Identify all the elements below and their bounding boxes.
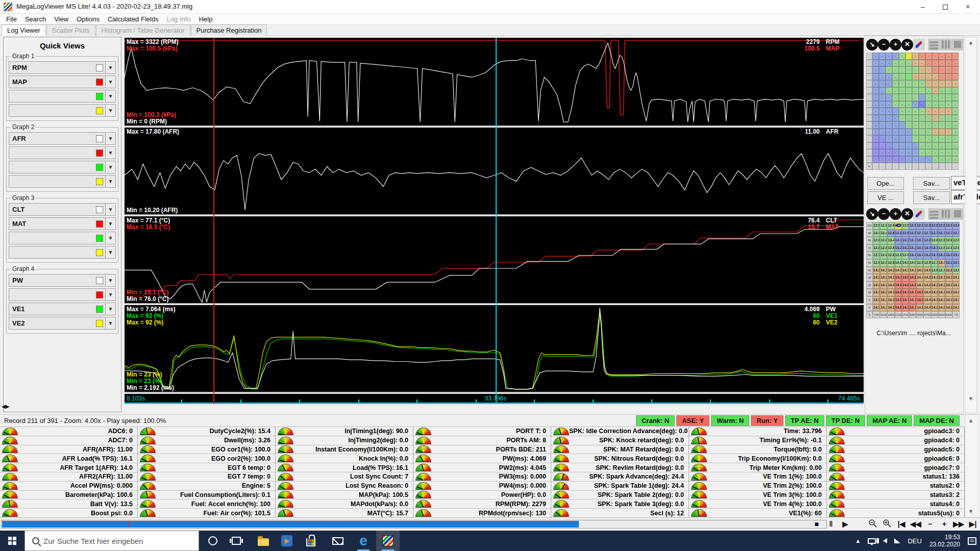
afr-cell[interactable]: 12.8 — [902, 222, 909, 230]
ve-cell[interactable]: - — [892, 80, 899, 87]
afr-cell[interactable]: 12.8 — [938, 244, 945, 252]
ve-cell[interactable]: - — [892, 121, 899, 129]
ve-cell[interactable]: - — [932, 94, 939, 101]
afr-cell[interactable]: 14.3 — [931, 282, 938, 289]
ve-cell[interactable]: - — [919, 149, 925, 156]
afr-cell[interactable]: 14.7 — [902, 289, 909, 296]
ve-cell[interactable]: - — [925, 129, 932, 136]
ve-cell[interactable]: - — [919, 156, 925, 163]
ve-cell[interactable]: - — [945, 149, 952, 156]
ve-cell[interactable]: - — [899, 73, 905, 81]
save-afr-table-button[interactable]: Sav... — [913, 191, 950, 204]
ve-cell[interactable]: - — [919, 73, 925, 81]
zoom-in-button[interactable] — [881, 519, 893, 530]
afr-cell[interactable]: 14.3 — [931, 289, 938, 296]
ve-cell[interactable]: - — [872, 73, 879, 81]
afr-cell[interactable]: 13.2 — [923, 252, 930, 259]
ve-cell[interactable]: - — [925, 66, 932, 73]
channel-selector-2-2[interactable]: ▼ — [9, 146, 116, 159]
ve-cell[interactable]: - — [886, 87, 892, 94]
afr-cell[interactable]: 14.3 — [923, 274, 930, 282]
afr-cell[interactable]: 13.1 — [952, 259, 960, 267]
ve-cell[interactable]: - — [905, 66, 912, 73]
ve-cell[interactable]: - — [925, 80, 932, 87]
afr-cell[interactable]: 12.8 — [916, 222, 923, 230]
zoom-out-button[interactable] — [867, 519, 879, 530]
ve-cell[interactable]: - — [892, 149, 899, 156]
ve-cell[interactable]: - — [939, 60, 945, 67]
ve-cell[interactable]: - — [905, 115, 912, 122]
stop-button[interactable]: ■ — [811, 519, 823, 530]
collapse-left-pane-icon[interactable]: ◀▶ — [2, 404, 9, 409]
afr-cell[interactable]: 14.3 — [931, 304, 938, 312]
ve-cell[interactable]: - — [899, 129, 905, 136]
afr-cell[interactable]: 14.3 — [880, 289, 887, 296]
ve-cell[interactable]: - — [932, 149, 939, 156]
afr-cell[interactable]: 13.2 — [902, 244, 909, 252]
table-arrow-icon[interactable]: ↘ — [866, 39, 878, 51]
afr-cell[interactable]: 13.4 — [873, 230, 880, 237]
afr-cell[interactable]: 14.4 — [923, 296, 930, 304]
afr-cell[interactable]: 14.3 — [873, 289, 880, 296]
tab-purchase-registration[interactable]: Purchase Registration — [191, 24, 267, 36]
ve-cell[interactable]: - — [952, 94, 959, 101]
network-tray-icon[interactable] — [894, 538, 900, 543]
ve-cell[interactable]: - — [952, 80, 959, 87]
chevron-down-icon[interactable]: ▼ — [105, 204, 115, 215]
ve-cell[interactable]: - — [945, 73, 952, 81]
ve-cell[interactable]: - — [872, 121, 879, 129]
afr-cell[interactable]: 14.3 — [880, 267, 887, 274]
ve-cell[interactable]: - — [879, 94, 886, 101]
ve-cell[interactable]: - — [886, 80, 892, 87]
ve-cell[interactable]: - — [872, 115, 879, 122]
afr-cell[interactable]: 12.8 — [945, 267, 952, 274]
ve-cell[interactable]: - — [925, 87, 932, 94]
afr-cell[interactable]: 14.8 — [895, 304, 902, 312]
ve-cell[interactable]: - — [879, 129, 886, 136]
afr-cell[interactable]: 14.7 — [902, 296, 909, 304]
ve-cell[interactable]: - — [899, 121, 905, 129]
row-select-icon[interactable] — [928, 208, 940, 220]
edge-button[interactable]: e — [352, 531, 375, 551]
right-panel-scrollbar[interactable]: ▲ ▼ — [965, 37, 977, 413]
afr-cell[interactable]: 14.3 — [887, 274, 894, 282]
ve-cell[interactable]: - — [899, 60, 905, 67]
edit-pencil-icon[interactable] — [913, 208, 925, 220]
chevron-down-icon[interactable]: ▼ — [105, 76, 115, 88]
ve-cell[interactable]: - — [912, 73, 919, 81]
ve-cell[interactable]: - — [872, 80, 879, 87]
ve-cell[interactable]: - — [952, 135, 959, 142]
afr-cell[interactable]: 13.1 — [945, 252, 952, 259]
ve-cell[interactable]: - — [912, 80, 919, 87]
afr-cell[interactable]: 14.8 — [916, 296, 923, 304]
afr-cell[interactable]: 14.3 — [952, 289, 960, 296]
ve-cell[interactable]: - — [919, 66, 925, 73]
afr-cell[interactable]: 13.1 — [902, 237, 909, 244]
ve-cell[interactable]: - — [939, 115, 945, 122]
ve-cell[interactable]: - — [872, 108, 879, 115]
afr-cell[interactable]: 13.2 — [895, 244, 902, 252]
ve-cell[interactable]: - — [919, 80, 925, 87]
ve-cell[interactable]: - — [892, 156, 899, 163]
chevron-down-icon[interactable]: ▼ — [105, 289, 115, 300]
chevron-down-icon[interactable]: ▼ — [105, 274, 115, 286]
afr-cell[interactable]: 12.8 — [880, 222, 887, 230]
afr-cell[interactable]: 12.8 — [909, 230, 916, 237]
ve-cell[interactable]: - — [886, 135, 892, 142]
ve-cell[interactable]: - — [919, 108, 925, 115]
channel-selector-2-1[interactable]: AFR▼ — [9, 132, 116, 145]
collapse-right-panel-icon[interactable]: ◀ — [859, 38, 863, 43]
record-cursor-line[interactable] — [496, 38, 497, 404]
scroll-down-icon[interactable]: ▼ — [967, 394, 975, 403]
ve-cell[interactable]: - — [925, 53, 932, 60]
afr-cell[interactable]: 14.7 — [909, 304, 916, 312]
afr-cell[interactable]: 14.8 — [895, 282, 902, 289]
channel-selector-1-1[interactable]: RPM▼ — [9, 61, 116, 74]
ve-cell[interactable]: - — [932, 135, 939, 142]
ve-cell[interactable]: - — [905, 156, 912, 163]
ve-cell[interactable]: - — [945, 135, 952, 142]
timeline-bar[interactable]: 8.103s. 33.796s 74.485s. — [125, 394, 864, 404]
ve-cell[interactable]: - — [925, 135, 932, 142]
afr-cell[interactable]: 14.0 — [909, 259, 916, 267]
afr-cell[interactable]: 12.7 — [938, 230, 945, 237]
